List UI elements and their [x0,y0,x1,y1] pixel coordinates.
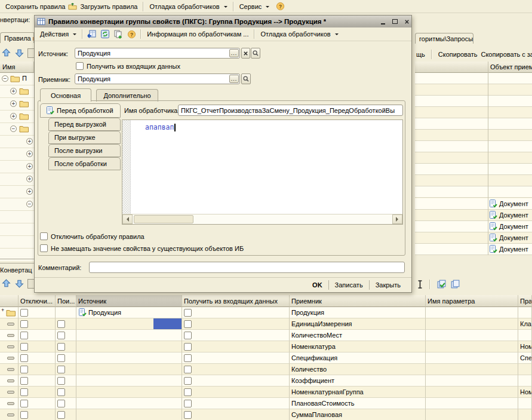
source-cell[interactable] [76,409,182,420]
handlers-info-button[interactable]: Информация по обработчикам ... [144,29,251,39]
tree-row[interactable] [0,85,34,98]
disable-checkbox[interactable] [20,377,28,385]
dialog-title-bar[interactable]: Правило конвертации группы свойств (ПКГС… [35,16,411,27]
rule-cell[interactable]: Ном [518,341,532,352]
tree-row[interactable] [0,136,34,148]
debug-handlers-menu[interactable]: Отладка обработчиков [146,2,230,11]
expand-icon[interactable] [10,88,17,94]
target-cell[interactable]: НоменклатурнаяГруппа [290,387,426,398]
param-cell[interactable] [426,409,518,420]
source-cell[interactable] [76,364,182,375]
target-cell[interactable]: ПлановаяСтоимость [290,398,426,409]
sort-order-icon[interactable] [417,280,423,289]
ok-button[interactable]: OK [306,279,328,291]
incoming-data-option[interactable]: Получить из входящих данных [76,62,180,70]
help-icon[interactable] [276,2,285,11]
param-cell[interactable] [426,375,518,387]
search-cell[interactable] [56,330,76,341]
incoming-cell[interactable] [182,318,290,330]
target-cell[interactable]: Спецификация [290,352,426,364]
search-checkbox[interactable] [57,388,65,396]
search-checkbox[interactable] [57,343,65,351]
tree-row[interactable] [0,148,34,161]
incoming-cell[interactable] [182,409,290,420]
param-cell[interactable] [426,307,518,318]
search-checkbox[interactable] [57,366,65,373]
code-editor[interactable]: апапвап [122,119,403,225]
minimize-button[interactable] [378,17,388,26]
header-cell-marker[interactable] [0,295,19,307]
rule-cell[interactable] [518,375,532,387]
rules-tab-fragment[interactable]: Правила к [0,32,34,43]
incoming-checkbox[interactable] [184,400,192,407]
tab-main[interactable]: Основная [40,88,91,102]
collapse-icon[interactable] [26,201,33,207]
search-checkbox[interactable] [57,332,65,339]
disable-checkbox[interactable] [20,343,28,351]
search-cell[interactable] [56,307,76,318]
table-row[interactable]: ЕдиницаИзмерения Кла [0,318,532,330]
expand-icon[interactable] [26,163,33,170]
move-up-icon[interactable] [1,48,11,58]
row-marker-cell[interactable] [0,318,19,330]
search-checkbox[interactable] [57,400,65,407]
service-menu[interactable]: Сервис [236,2,273,11]
disable-cell[interactable] [19,341,56,352]
incoming-checkbox[interactable] [184,366,192,373]
tree-row[interactable] [0,161,34,173]
rule-cell[interactable] [518,409,532,420]
dialog-close-button[interactable]: Закрыть [370,279,407,291]
source-cell[interactable] [76,341,182,352]
table-row[interactable]: Коэффициент [0,375,532,387]
handler-tab-on-upload[interactable]: При выгрузке [48,131,121,144]
source-cell[interactable] [76,330,182,341]
handler-tab-after-upload[interactable]: После выгрузки [48,144,121,157]
rule-cell[interactable]: Спе [518,352,532,364]
incoming-cell[interactable] [182,398,290,409]
target-cell[interactable]: Количество [290,364,426,375]
close-button[interactable] [402,17,411,26]
algorithms-queries-tab[interactable]: горитмы\Запросы [415,33,473,44]
document-row[interactable]: Документ [415,244,532,255]
disable-cell[interactable] [19,409,56,420]
disable-checkbox[interactable] [20,388,28,396]
tree-row[interactable] [0,236,34,249]
search-checkbox[interactable] [57,320,65,328]
collapse-icon[interactable] [2,75,8,82]
header-cell-rule[interactable]: Пра [518,295,532,307]
table-row[interactable]: НоменклатурнаяГруппа Ном [0,387,532,398]
row-marker-cell[interactable] [0,409,19,420]
expand-icon[interactable] [26,188,33,195]
expand-icon[interactable] [26,151,33,157]
receiver-object-column-header[interactable]: Объект прием [490,63,532,70]
disable-cell[interactable] [19,318,56,330]
search-checkbox[interactable] [57,377,65,385]
handler-tab-before-upload[interactable]: Перед выгрузкой [48,118,121,131]
incoming-checkbox[interactable] [184,320,192,328]
search-checkbox[interactable] [57,354,65,362]
load-rules-button[interactable]: Загрузить правила [77,2,140,11]
incoming-data-checkbox[interactable] [76,62,84,70]
row-marker-cell[interactable] [0,352,19,364]
row-marker-cell[interactable] [0,330,19,341]
source-cell[interactable] [76,387,182,398]
expand-icon[interactable] [10,100,17,107]
incoming-checkbox[interactable] [184,377,192,385]
table-row[interactable]: Номенклатура Ном [0,341,532,352]
disable-cell[interactable] [19,398,56,409]
header-cell-incoming[interactable]: Получить из входящих данных [182,295,290,307]
copy-pages-icon[interactable] [450,279,460,289]
copy-checked-icon[interactable] [436,279,447,289]
document-row[interactable]: Документ [415,221,532,232]
expand-icon[interactable] [10,113,17,119]
incoming-checkbox[interactable] [184,332,192,339]
tree-row[interactable] [0,123,34,136]
tree-row[interactable] [0,111,34,123]
disable-cell[interactable] [19,330,56,341]
header-cell-search[interactable]: Пои... [56,295,76,307]
incoming-checkbox[interactable] [184,411,192,419]
target-cell[interactable]: ЕдиницаИзмерения [290,318,426,330]
incoming-cell[interactable] [182,352,290,364]
param-cell[interactable] [426,318,518,330]
no-replace-checkbox[interactable] [40,244,48,252]
